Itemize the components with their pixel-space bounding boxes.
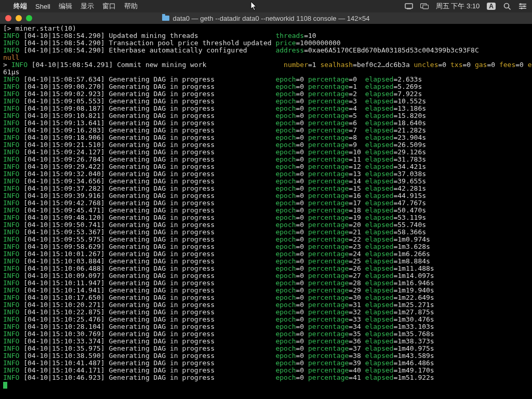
menu-terminal[interactable]: 终端 — [14, 2, 27, 11]
spotlight-icon[interactable] — [503, 2, 511, 10]
menu-window[interactable]: 窗口 — [102, 2, 116, 11]
macos-menubar: 终端 Shell 编辑 显示 窗口 帮助 周五 下午 3:10 A — [0, 0, 532, 12]
menubar-clock[interactable]: 周五 下午 3:10 — [436, 2, 480, 11]
menu-edit[interactable]: 编辑 — [59, 2, 72, 11]
svg-rect-2 — [423, 5, 429, 9]
folder-icon — [162, 16, 169, 21]
terminal-content[interactable]: [> miner.start(10) ] INFO [04-10|15:08:5… — [0, 24, 532, 399]
svg-point-8 — [520, 3, 522, 5]
svg-point-3 — [504, 3, 509, 8]
window-titlebar[interactable]: data0 — geth --datadir data0 --networkid… — [0, 12, 532, 24]
display-icon[interactable] — [420, 2, 429, 10]
svg-point-9 — [523, 5, 525, 7]
svg-rect-0 — [405, 4, 413, 8]
svg-point-10 — [521, 7, 523, 9]
control-center-icon[interactable] — [518, 2, 527, 10]
menu-view[interactable]: 显示 — [81, 2, 94, 11]
input-source-badge[interactable]: A — [487, 3, 496, 10]
svg-line-4 — [508, 7, 510, 9]
window-title: data0 — geth --datadir data0 --networkid… — [0, 15, 532, 22]
cursor — [3, 382, 7, 389]
terminal-window: data0 — geth --datadir data0 --networkid… — [0, 12, 532, 399]
screen-mirror-icon[interactable] — [405, 2, 413, 10]
window-title-text: data0 — geth --datadir data0 --networkid… — [172, 15, 369, 22]
mouse-cursor-icon — [250, 1, 258, 11]
menu-help[interactable]: 帮助 — [124, 2, 138, 11]
menu-shell[interactable]: Shell — [35, 3, 50, 10]
